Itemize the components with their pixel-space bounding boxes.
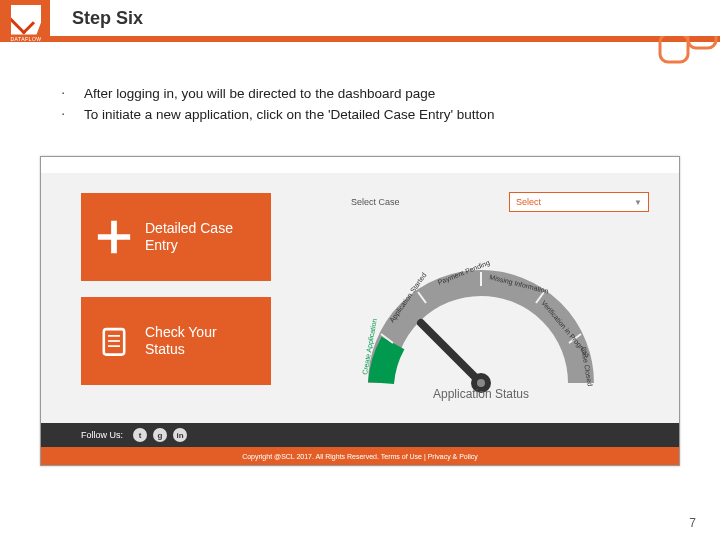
gauge-title: Application Status: [321, 387, 641, 401]
select-case-row: Select Case Select ▼: [351, 191, 649, 213]
embedded-dashboard-screenshot: Detailed Case Entry Check Your Status Se…: [40, 156, 680, 466]
svg-rect-5: [104, 329, 124, 355]
screenshot-copyright: Copyright @SCL 2017. All Rights Reserved…: [41, 447, 679, 465]
bullet-item: To initiate a new application, click on …: [62, 105, 690, 125]
detailed-case-entry-button[interactable]: Detailed Case Entry: [81, 193, 271, 281]
copyright-text: Copyright @SCL 2017. All Rights Reserved…: [242, 453, 478, 460]
bullet-item: After logging in, you will be directed t…: [62, 84, 690, 104]
dash-button-label: Detailed Case Entry: [145, 220, 257, 254]
slide-title: Step Six: [72, 8, 143, 29]
select-placeholder: Select: [516, 197, 541, 207]
instruction-bullets: After logging in, you will be directed t…: [62, 84, 690, 127]
plus-icon: [95, 218, 133, 256]
screenshot-footer: Follow Us: t g in: [41, 423, 679, 447]
dashboard-side-buttons: Detailed Case Entry Check Your Status: [81, 193, 271, 385]
linkedin-icon[interactable]: in: [173, 428, 187, 442]
check-your-status-button[interactable]: Check Your Status: [81, 297, 271, 385]
brand-logo-text: DATAFLOW: [10, 36, 41, 42]
application-status-gauge: Create Application Application Started P…: [321, 213, 641, 413]
brand-logo: DATAFLOW: [4, 2, 48, 44]
brand-logo-mark: [11, 5, 41, 35]
dash-button-label: Check Your Status: [145, 324, 257, 358]
slide-title-strip: Step Six: [50, 0, 720, 36]
select-case-label: Select Case: [351, 197, 400, 207]
twitter-icon[interactable]: t: [133, 428, 147, 442]
screenshot-body: Detailed Case Entry Check Your Status Se…: [41, 173, 679, 423]
screenshot-top-strip: [41, 157, 679, 173]
select-case-dropdown[interactable]: Select ▼: [509, 192, 649, 212]
follow-us-label: Follow Us:: [81, 430, 123, 440]
page-number: 7: [689, 516, 696, 530]
svg-point-15: [477, 379, 485, 387]
clipboard-icon: [95, 322, 133, 360]
chevron-down-icon: ▼: [634, 198, 642, 207]
google-plus-icon[interactable]: g: [153, 428, 167, 442]
